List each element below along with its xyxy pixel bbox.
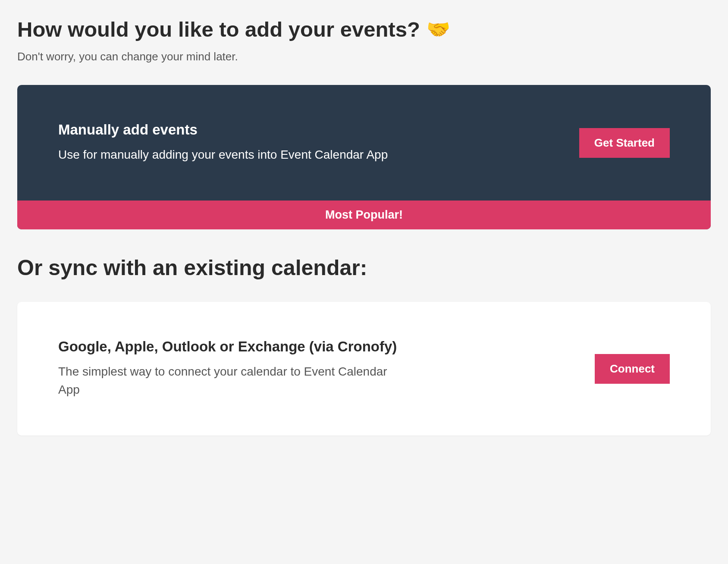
page-subtitle: Don't worry, you can change your mind la…	[17, 50, 711, 63]
get-started-button[interactable]: Get Started	[579, 128, 670, 158]
page-title: How would you like to add your events? 🤝	[17, 17, 711, 41]
sync-card-title: Google, Apple, Outlook or Exchange (via …	[58, 338, 408, 355]
sync-card-body: Google, Apple, Outlook or Exchange (via …	[17, 302, 711, 436]
manual-card-text: Manually add events Use for manually add…	[58, 122, 579, 164]
sync-section-title: Or sync with an existing calendar:	[17, 255, 711, 280]
sync-card-text: Google, Apple, Outlook or Exchange (via …	[58, 338, 425, 399]
handshake-icon: 🤝	[427, 18, 450, 41]
sync-card: Google, Apple, Outlook or Exchange (via …	[17, 302, 711, 436]
manual-card-description: Use for manually adding your events into…	[58, 146, 562, 164]
connect-button[interactable]: Connect	[595, 354, 670, 384]
manual-add-card: Manually add events Use for manually add…	[17, 85, 711, 229]
page-title-text: How would you like to add your events?	[17, 17, 420, 41]
manual-card-body: Manually add events Use for manually add…	[17, 85, 711, 201]
manual-card-title: Manually add events	[58, 122, 562, 138]
most-popular-badge: Most Popular!	[17, 201, 711, 229]
sync-card-description: The simplest way to connect your calenda…	[58, 363, 408, 399]
